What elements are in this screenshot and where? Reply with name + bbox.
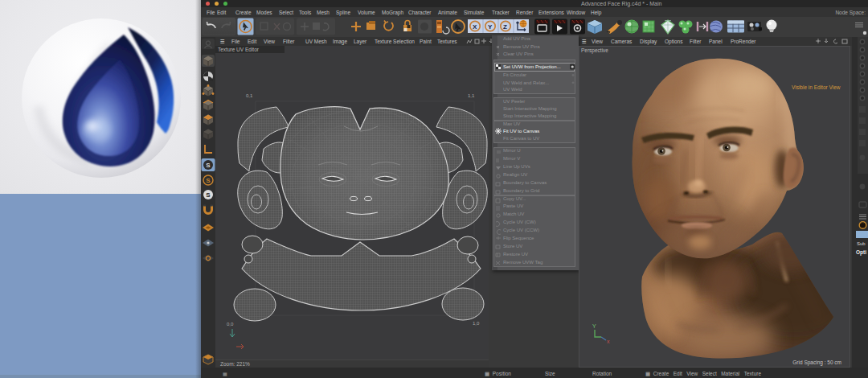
svg-text:Opti: Opti	[856, 249, 866, 256]
svg-text:Y: Y	[488, 23, 493, 31]
svg-text:S: S	[206, 191, 211, 199]
svg-text:1,0: 1,0	[473, 321, 480, 326]
svg-text:Sub: Sub	[857, 241, 866, 246]
svg-text:1,1: 1,1	[468, 93, 475, 98]
svg-text:x: x	[607, 339, 610, 344]
svg-text:0,0: 0,0	[227, 322, 234, 327]
svg-text:S: S	[206, 162, 211, 169]
svg-text:Z: Z	[503, 23, 507, 31]
svg-text:Y: Y	[592, 323, 596, 329]
svg-text:0,1: 0,1	[246, 93, 253, 98]
svg-text:S: S	[206, 177, 211, 184]
svg-text:X: X	[473, 23, 477, 31]
